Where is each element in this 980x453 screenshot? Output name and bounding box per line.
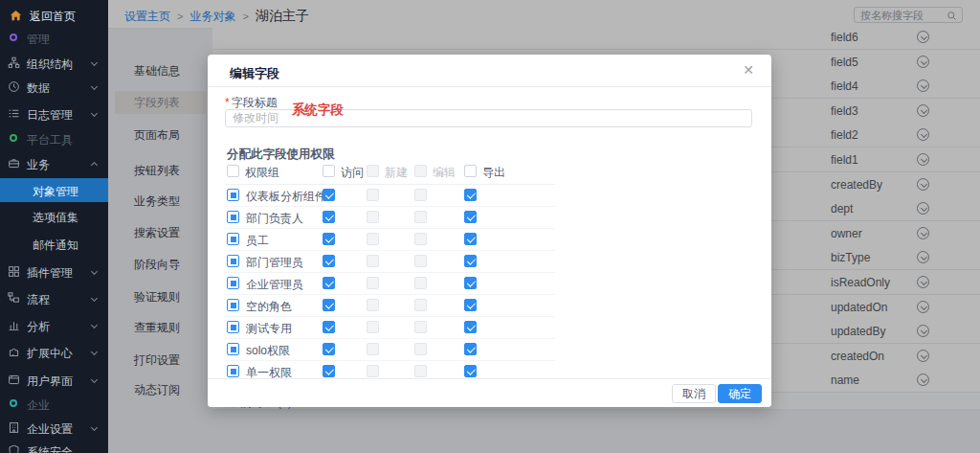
access-checkbox[interactable] [323, 233, 335, 245]
system-field-annotation: 系统字段 [292, 102, 344, 119]
edit-checkbox [414, 277, 427, 289]
grid-icon [8, 265, 20, 278]
sidebar-item-pingtaigongju[interactable]: 平台工具 [0, 130, 108, 147]
sidebar-item-liucheng[interactable]: 流程 [0, 290, 108, 307]
export-checkbox[interactable] [464, 299, 477, 311]
access-checkbox[interactable] [323, 211, 335, 223]
edit-checkbox [414, 365, 427, 377]
ok-button[interactable]: 确定 [718, 384, 762, 403]
sidebar-item-duixiangguanli-active[interactable]: 对象管理 [0, 178, 108, 202]
create-checkbox [367, 321, 379, 333]
sidebar-item-yewu[interactable]: 业务 [0, 155, 108, 172]
sidebar-home-button[interactable]: 返回首页 [0, 4, 108, 27]
sidebar-item-qiye[interactable]: 企业 [0, 396, 108, 413]
access-checkbox[interactable] [323, 343, 335, 355]
select-all-groups-checkbox[interactable] [227, 165, 239, 177]
sidebar-item-zuzhijiegou[interactable]: 组织结构 [0, 55, 108, 72]
access-checkbox[interactable] [323, 277, 335, 289]
access-checkbox[interactable] [323, 365, 335, 377]
close-icon[interactable]: ✕ [743, 62, 754, 78]
group-checkbox-indeterminate[interactable] [227, 299, 239, 311]
chevron-down-icon [91, 110, 98, 117]
sidebar-item-youjiantongzhi[interactable]: 邮件通知 [0, 236, 108, 253]
sidebar-item-yonghujiemian[interactable]: 用户界面 [0, 372, 108, 389]
permission-group-name: 部门负责人 [246, 211, 303, 227]
export-checkbox[interactable] [464, 277, 477, 289]
access-checkbox[interactable] [323, 189, 335, 201]
sidebar-item-qiyeshezhi[interactable]: 企业设置 [0, 419, 108, 437]
group-checkbox-indeterminate[interactable] [227, 365, 239, 377]
column-header: 导出 [482, 165, 505, 181]
column-header: 权限组 [245, 165, 279, 181]
permission-row: 空的角色 [225, 295, 555, 317]
required-asterisk: * [225, 96, 230, 109]
sidebar-item-label: 系统安全 [27, 444, 73, 453]
group-checkbox-indeterminate[interactable] [227, 343, 239, 355]
create-checkbox [367, 233, 379, 245]
group-checkbox-indeterminate[interactable] [227, 255, 239, 267]
edit-checkbox [414, 343, 427, 355]
ring-icon [10, 134, 17, 142]
cancel-button[interactable]: 取消 [672, 384, 716, 403]
modal-footer: 取消 确定 [208, 378, 771, 407]
group-checkbox-indeterminate[interactable] [227, 211, 239, 223]
permission-row: 仪表板分析组件 [225, 185, 555, 207]
chevron-up-icon [91, 162, 98, 169]
permission-group-name: 空的角色 [246, 299, 292, 315]
group-checkbox-indeterminate[interactable] [227, 189, 239, 201]
chevron-down-icon [91, 376, 98, 383]
group-checkbox-indeterminate[interactable] [227, 277, 239, 289]
create-checkbox [367, 211, 379, 223]
sidebar-item-xuanxiangzhiji[interactable]: 选项值集 [0, 208, 108, 225]
permission-table-header: 权限组 访问 新建 编辑 导出 [225, 161, 555, 185]
sidebar-item-rizhiguanli[interactable]: 日志管理 [0, 105, 108, 123]
export-checkbox[interactable] [464, 343, 477, 355]
sidebar-item-label: 插件管理 [27, 265, 73, 282]
group-checkbox-indeterminate[interactable] [227, 233, 239, 245]
permission-row: solo权限 [225, 339, 555, 361]
edit-checkbox [414, 299, 427, 311]
export-checkbox[interactable] [464, 233, 477, 245]
create-checkbox [367, 365, 379, 377]
chart-icon [8, 319, 20, 331]
chevron-down-icon [91, 322, 98, 328]
export-checkbox[interactable] [464, 255, 477, 267]
access-checkbox[interactable] [323, 299, 335, 311]
select-all-edit-checkbox [414, 165, 427, 177]
sidebar-item-shuju[interactable]: 数据 [0, 79, 108, 96]
sidebar-item-label: 企业设置 [27, 421, 73, 438]
export-checkbox[interactable] [464, 365, 477, 377]
chevron-down-icon [91, 59, 98, 66]
permission-group-name: solo权限 [246, 343, 290, 359]
edit-checkbox [414, 255, 427, 267]
export-checkbox[interactable] [464, 321, 477, 333]
list-icon [8, 107, 20, 120]
select-all-access-checkbox[interactable] [323, 165, 335, 177]
permission-group-name: 仪表板分析组件 [246, 189, 326, 205]
sidebar-item-guanli[interactable]: 管理 [0, 30, 108, 47]
edit-checkbox [414, 211, 427, 223]
sidebar-item-label: 分析 [27, 319, 50, 335]
export-checkbox[interactable] [464, 211, 477, 223]
sidebar-item-label: 日志管理 [27, 107, 73, 124]
permission-group-name: 部门管理员 [246, 255, 303, 271]
sidebar-item-chajianguanli[interactable]: 插件管理 [0, 263, 108, 281]
sidebar-item-label: 用户界面 [27, 374, 73, 390]
edit-checkbox [414, 321, 427, 333]
access-checkbox[interactable] [323, 321, 335, 333]
export-checkbox[interactable] [464, 189, 477, 201]
sidebar-item-label: 对象管理 [33, 184, 78, 200]
permission-row: 测试专用 [225, 317, 555, 339]
access-checkbox[interactable] [323, 255, 335, 267]
sidebar-item-xitonganquan[interactable]: 系统安全 [0, 442, 108, 453]
create-checkbox [367, 255, 379, 267]
clock-icon [8, 80, 20, 93]
group-checkbox-indeterminate[interactable] [227, 321, 239, 333]
create-checkbox [367, 277, 379, 289]
sidebar-item-fenxi[interactable]: 分析 [0, 317, 108, 334]
select-all-export-checkbox[interactable] [464, 165, 477, 177]
sidebar: 返回首页 管理 组织结构 数据 日志管理 平台工具 业务 [0, 0, 108, 453]
sidebar-item-kuozhanzhongxin[interactable]: 扩展中心 [0, 344, 108, 361]
sidebar-item-label: 组织结构 [27, 57, 73, 73]
app-window: 返回首页 管理 组织结构 数据 日志管理 平台工具 业务 [0, 0, 980, 453]
